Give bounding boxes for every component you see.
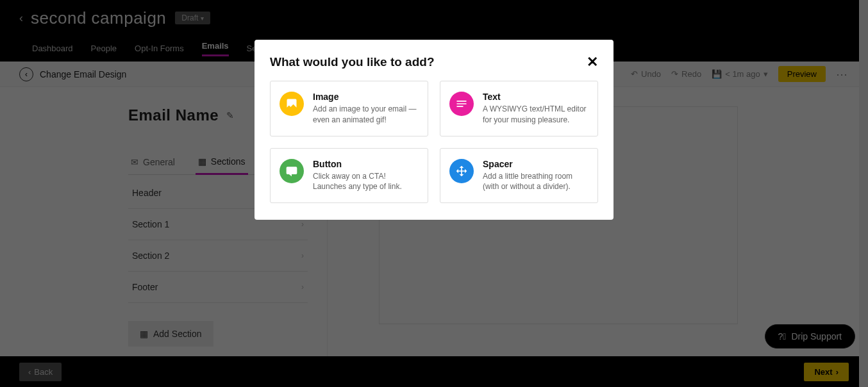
option-button[interactable]: Button Click away on a CTA! Launches any… [270,148,428,204]
option-image[interactable]: Image Add an image to your email — even … [270,81,428,136]
add-block-modal: What would you like to add? ✕ Image Add … [255,40,613,220]
button-icon [280,159,304,183]
modal-title: What would you like to add? [270,55,435,69]
option-spacer[interactable]: Spacer Add a little breathing room (with… [440,148,598,204]
close-icon[interactable]: ✕ [587,55,598,69]
option-text[interactable]: Text A WYSIWYG text/HTML editor for your… [440,81,598,136]
text-icon [449,92,474,116]
image-icon [280,92,304,116]
spacer-icon [449,159,474,183]
